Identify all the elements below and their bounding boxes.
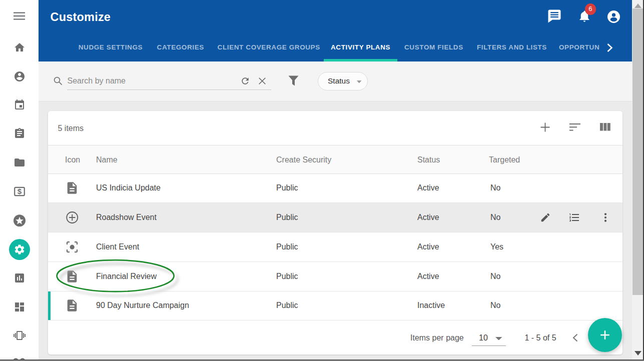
svg-text:$: $: [17, 187, 22, 196]
